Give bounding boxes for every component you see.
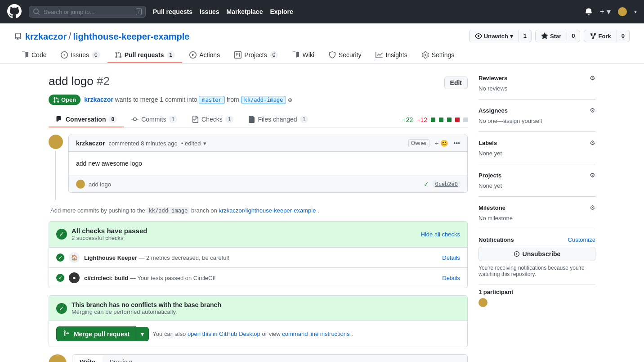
top-nav-links: Pull requests Issues Marketplace Explore [153,8,293,15]
labels-gear-icon[interactable]: ⚙ [590,139,595,146]
nav-pull-requests[interactable]: Pull requests [153,8,192,15]
pr-title-row: add logo #2 Edit [49,74,468,89]
nav-projects[interactable]: Projects 0 [227,48,285,63]
sidebar-milestone: Milestone ⚙ No milestone [479,204,595,229]
nav-security[interactable]: Security [322,48,369,63]
tab-commits[interactable]: Commits 1 [124,112,184,127]
commit-check-icon: ✓ [424,181,429,188]
open-pr-icon [53,97,59,103]
diff-additions: +22 [402,116,413,123]
new-item-button[interactable]: + ▾ [599,7,611,17]
pr-count: 1 [167,51,175,59]
react-button[interactable]: + 😊 [433,139,450,148]
comment-text: add new awesome logo [76,159,460,168]
reply-write-tab[interactable]: Write [72,355,103,362]
github-logo[interactable] [7,4,22,20]
participant-avatar-1 [479,298,487,307]
fork-label: Fork [599,33,611,40]
unsubscribe-label: Unsubscribe [523,250,561,258]
push-notice: Add more commits by pushing to the kk/ad… [49,207,468,214]
conversation-icon [56,116,63,123]
reviewers-gear-icon[interactable]: ⚙ [590,74,595,81]
projects-gear-icon[interactable]: ⚙ [590,172,595,179]
nav-marketplace[interactable]: Marketplace [227,8,263,15]
nav-insights[interactable]: Insights [368,48,414,63]
merge-options-button[interactable]: ▾ [136,327,149,341]
unsubscribe-button[interactable]: Unsubscribe [479,247,595,261]
main-layout: add logo #2 Edit Open krzkaczor wants to… [34,63,610,362]
assignees-value[interactable]: No one—assign yourself [479,118,595,124]
nav-actions[interactable]: Actions [182,48,227,63]
files-count: 1 [300,116,309,123]
repo-owner-link[interactable]: krzkaczor [25,32,67,42]
open-desktop-link[interactable]: open this in GitHub Desktop [188,330,260,337]
milestone-gear-icon[interactable]: ⚙ [590,204,595,211]
reviewers-label: Reviewers [479,75,507,81]
star-count[interactable]: 0 [567,30,580,42]
projects-count: 0 [270,51,278,59]
avatar-chevron[interactable]: ▾ [634,9,637,15]
eye-icon [475,32,482,40]
projects-label: Projects [479,172,501,179]
command-line-link[interactable]: command line instructions [282,330,349,337]
comment-container: krzkaczor commented 8 minutes ago • edit… [49,135,468,200]
commit-hash[interactable]: 0ceb2e0 [433,181,460,188]
notifications-icon[interactable] [585,8,592,15]
pr-tabs: Conversation 0 Commits 1 Checks 1 Files … [49,112,468,127]
mute-icon [514,251,520,257]
diff-summary: +22 −12 [402,112,468,127]
check-details-1[interactable]: Details [442,254,460,261]
actions-icon [189,51,197,59]
reply-form-tabs: Write Preview [72,355,467,362]
search-input[interactable] [44,9,132,15]
no-conflicts-icon: ✓ [56,303,67,314]
reply-preview-tab[interactable]: Preview [103,355,139,362]
pr-author-link[interactable]: krzkaczor [84,96,113,103]
merge-info: You can also open this in GitHub Desktop… [152,330,353,337]
nav-settings[interactable]: Settings [415,48,462,63]
star-button[interactable]: Star [535,30,567,42]
tab-conversation[interactable]: Conversation 0 [49,112,124,127]
commit-message-text: add logo [89,181,420,188]
nav-explore[interactable]: Explore [270,8,293,15]
check-details-2[interactable]: Details [442,275,460,281]
checks-title: All checks have passed [72,227,416,235]
no-conflicts-section: ✓ This branch has no conflicts with the … [49,295,468,347]
edited-chevron[interactable]: ▾ [203,140,206,147]
nav-code[interactable]: Code [14,48,54,63]
edit-button[interactable]: Edit [444,77,468,89]
fork-count[interactable]: 0 [617,30,630,42]
assignees-label: Assignees [479,107,508,114]
comment-actions: Owner + 😊 ••• [408,139,460,148]
fork-button[interactable]: Fork [584,30,617,42]
copy-branch-icon[interactable]: ⊕ [288,97,292,103]
avatar[interactable] [618,7,627,16]
merge-icon [63,330,69,336]
sidebar-projects: Projects ⚙ None yet [479,172,595,197]
merge-pull-request-button[interactable]: Merge pull request [56,326,136,341]
wiki-icon [292,51,300,59]
labels-value: None yet [479,150,595,157]
nav-issues[interactable]: Issues [200,8,219,15]
comment-author[interactable]: krzkaczor [76,140,105,147]
check-item-status-icon-1: ✓ [56,253,64,262]
tab-files-changed[interactable]: Files changed 1 [241,112,315,127]
repo-name-link[interactable]: lighthouse-keeper-example [73,32,189,42]
nav-wiki[interactable]: Wiki [285,48,321,63]
unwatch-label: Unwatch [484,33,508,40]
sidebar-projects-title: Projects ⚙ [479,172,595,179]
search-bar[interactable]: / [29,6,146,18]
comment-thread: krzkaczor commented 8 minutes ago • edit… [68,135,468,193]
customize-link[interactable]: Customize [568,236,595,243]
tab-checks[interactable]: Checks 1 [184,112,241,127]
push-repo-link[interactable]: krzkaczor/lighthouse-keeper-example [219,207,316,214]
watch-count[interactable]: 1 [519,30,532,42]
hide-checks-button[interactable]: Hide all checks [421,231,460,238]
nav-pull-requests[interactable]: Pull requests 1 [107,48,183,63]
notifications-description: You're receiving notifications because y… [479,265,595,277]
projects-icon [234,51,242,59]
assignees-gear-icon[interactable]: ⚙ [590,107,595,114]
more-options-button[interactable]: ••• [453,140,460,147]
nav-issues[interactable]: Issues 0 [54,48,107,63]
unwatch-button[interactable]: Unwatch ▾ [469,30,519,42]
